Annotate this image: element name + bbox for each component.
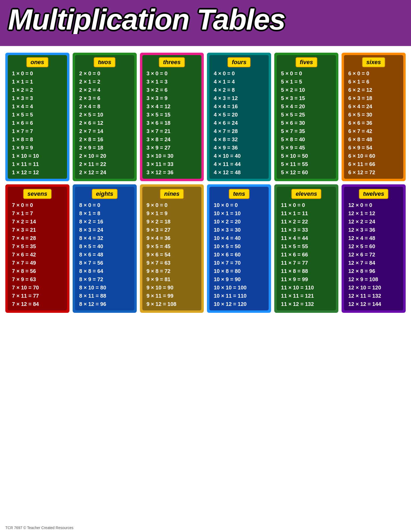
table-row: 2 × 9 = 18	[77, 144, 133, 152]
table-card-inner-ones: ones1 × 0 = 01 × 1 = 11 × 2 = 21 × 3 = 3…	[8, 55, 67, 179]
table-card-inner-threes: threes3 × 0 = 03 × 1 = 33 × 2 = 63 × 3 =…	[142, 55, 202, 179]
table-row: 2 × 0 = 0	[77, 69, 133, 78]
table-card-inner-sevens: sevens7 × 0 = 07 × 1 = 77 × 2 = 147 × 3 …	[8, 187, 67, 310]
table-row: 6 × 9 = 54	[346, 144, 402, 152]
table-row: 9 × 9 = 81	[144, 275, 200, 284]
table-row: 10 × 12 = 120	[211, 300, 267, 308]
table-card-tens: tens10 × 0 = 010 × 1 = 1010 × 2 = 2010 ×…	[207, 184, 271, 313]
table-row: 8 × 8 = 64	[77, 267, 133, 275]
table-row: 6 × 7 = 42	[346, 127, 402, 135]
table-row: 9 × 5 = 45	[144, 242, 200, 251]
table-row: 1 × 6 = 6	[9, 119, 65, 127]
table-card-ones: ones1 × 0 = 01 × 1 = 11 × 2 = 21 × 3 = 3…	[5, 53, 69, 181]
table-row: 2 × 5 = 10	[77, 111, 133, 119]
table-label-elevens: elevens	[291, 189, 321, 199]
table-row: 4 × 8 = 32	[211, 135, 267, 144]
table-row: 4 × 11 = 44	[211, 160, 267, 168]
table-row: 12 × 3 = 36	[346, 226, 402, 234]
table-row: 4 × 12 = 48	[211, 168, 267, 177]
table-row: 1 × 0 = 0	[9, 69, 65, 78]
table-row: 9 × 3 = 27	[144, 226, 200, 234]
table-row: 10 × 7 = 70	[211, 259, 267, 267]
table-row: 6 × 3 = 18	[346, 94, 402, 102]
table-row: 12 × 1 = 12	[346, 209, 402, 218]
table-row: 12 × 12 = 144	[346, 300, 402, 308]
table-row: 11 × 11 = 121	[278, 292, 334, 300]
table-row: 6 × 4 = 24	[346, 102, 402, 111]
table-row: 10 × 8 = 80	[211, 267, 267, 275]
table-card-nines: nines9 × 0 = 09 × 1 = 99 × 2 = 189 × 3 =…	[140, 184, 204, 313]
table-row: 10 × 2 = 20	[211, 218, 267, 226]
table-row: 10 × 10 = 100	[211, 284, 267, 292]
table-row: 4 × 9 = 36	[211, 144, 267, 152]
table-row: 2 × 4 = 8	[77, 102, 133, 111]
table-row: 6 × 12 = 72	[346, 168, 402, 177]
table-row: 5 × 9 = 45	[278, 144, 334, 152]
table-row: 1 × 12 = 12	[9, 168, 65, 177]
table-row: 1 × 2 = 2	[9, 86, 65, 94]
table-row: 2 × 1 = 2	[77, 78, 133, 86]
table-label-sevens: sevens	[23, 189, 52, 199]
table-row: 5 × 1 = 5	[278, 78, 334, 86]
table-label-ones: ones	[26, 57, 48, 67]
table-row: 1 × 8 = 8	[9, 135, 65, 144]
table-row: 8 × 6 = 48	[77, 251, 133, 259]
table-row: 12 × 2 = 24	[346, 218, 402, 226]
table-row: 6 × 0 = 0	[346, 69, 402, 78]
table-row: 12 × 10 = 120	[346, 284, 402, 292]
table-row: 3 × 1 = 3	[144, 78, 200, 86]
table-row: 12 × 7 = 84	[346, 259, 402, 267]
table-row: 7 × 3 = 21	[9, 226, 65, 234]
table-row: 7 × 5 = 35	[9, 242, 65, 251]
table-row: 7 × 12 = 84	[9, 300, 65, 308]
table-row: 11 × 12 = 132	[278, 300, 334, 308]
table-row: 8 × 9 = 72	[77, 275, 133, 284]
table-row: 3 × 10 = 30	[144, 152, 200, 160]
table-row: 8 × 1 = 8	[77, 209, 133, 218]
table-row: 3 × 7 = 21	[144, 127, 200, 135]
table-row: 9 × 11 = 99	[144, 292, 200, 300]
table-row: 5 × 7 = 35	[278, 127, 334, 135]
table-row: 9 × 8 = 72	[144, 267, 200, 275]
table-row: 3 × 0 = 0	[144, 69, 200, 78]
table-row: 7 × 0 = 0	[9, 201, 65, 209]
table-row: 2 × 7 = 14	[77, 127, 133, 135]
page: Multiplication Tables ones1 × 0 = 01 × 1…	[0, 0, 411, 532]
header: Multiplication Tables	[0, 0, 411, 46]
table-card-fives: fives5 × 0 = 05 × 1 = 55 × 2 = 105 × 3 =…	[274, 53, 338, 181]
table-row: 5 × 10 = 50	[278, 152, 334, 160]
table-card-twelves: twelves12 × 0 = 012 × 1 = 1212 × 2 = 241…	[342, 184, 406, 313]
table-row: 3 × 12 = 36	[144, 168, 200, 177]
table-row: 8 × 5 = 40	[77, 242, 133, 251]
table-row: 12 × 6 = 72	[346, 251, 402, 259]
table-row: 6 × 11 = 66	[346, 160, 402, 168]
table-card-elevens: elevens11 × 0 = 011 × 1 = 1111 × 2 = 221…	[274, 184, 338, 313]
table-card-eights: eights8 × 0 = 08 × 1 = 88 × 2 = 168 × 3 …	[73, 184, 137, 313]
table-row: 3 × 2 = 6	[144, 86, 200, 94]
table-row: 12 × 8 = 96	[346, 267, 402, 275]
table-row: 2 × 2 = 4	[77, 86, 133, 94]
table-row: 6 × 6 = 36	[346, 119, 402, 127]
table-row: 6 × 5 = 30	[346, 111, 402, 119]
table-row: 9 × 2 = 18	[144, 218, 200, 226]
table-row: 10 × 4 = 40	[211, 234, 267, 242]
table-row: 3 × 8 = 24	[144, 135, 200, 144]
table-card-inner-nines: nines9 × 0 = 09 × 1 = 99 × 2 = 189 × 3 =…	[142, 187, 202, 310]
table-row: 11 × 7 = 77	[278, 259, 334, 267]
table-label-fours: fours	[227, 57, 251, 67]
table-row: 4 × 7 = 28	[211, 127, 267, 135]
table-row: 11 × 5 = 55	[278, 242, 334, 251]
table-row: 6 × 8 = 48	[346, 135, 402, 144]
table-label-nines: nines	[160, 189, 184, 199]
table-row: 12 × 0 = 0	[346, 201, 402, 209]
table-card-inner-twelves: twelves12 × 0 = 012 × 1 = 1212 × 2 = 241…	[344, 187, 403, 310]
table-row: 4 × 0 = 0	[211, 69, 267, 78]
table-row: 9 × 7 = 63	[144, 259, 200, 267]
table-card-inner-fives: fives5 × 0 = 05 × 1 = 55 × 2 = 105 × 3 =…	[277, 55, 336, 179]
table-card-fours: fours4 × 0 = 04 × 1 = 44 × 2 = 84 × 3 = …	[207, 53, 271, 181]
table-row: 11 × 8 = 88	[278, 267, 334, 275]
table-row: 11 × 0 = 0	[278, 201, 334, 209]
table-row: 2 × 6 = 12	[77, 119, 133, 127]
table-card-inner-twos: twos2 × 0 = 02 × 1 = 22 × 2 = 42 × 3 = 6…	[75, 55, 134, 179]
table-row: 7 × 9 = 63	[9, 275, 65, 284]
